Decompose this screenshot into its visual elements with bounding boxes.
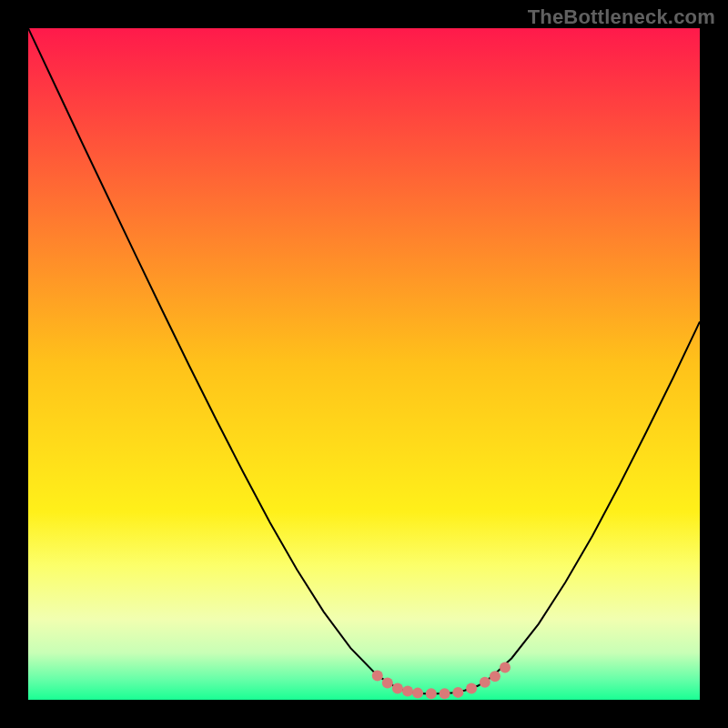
- watermark-text: TheBottleneck.com: [528, 5, 715, 29]
- chart-frame: TheBottleneck.com: [0, 0, 728, 728]
- highlight-dot: [466, 682, 477, 693]
- highlight-dot: [382, 678, 393, 689]
- highlight-dot: [402, 685, 413, 696]
- highlight-dot: [372, 670, 383, 681]
- highlight-dot: [412, 688, 423, 699]
- chart-plot-area: [28, 28, 700, 700]
- highlight-dot: [440, 688, 450, 699]
- chart-svg: [28, 28, 700, 700]
- highlight-dot: [490, 671, 500, 682]
- chart-background: [28, 28, 700, 700]
- highlight-dot: [480, 677, 490, 688]
- highlight-dot: [392, 682, 403, 693]
- highlight-dot: [452, 687, 463, 698]
- highlight-dot: [426, 688, 437, 699]
- highlight-dot: [500, 662, 511, 673]
